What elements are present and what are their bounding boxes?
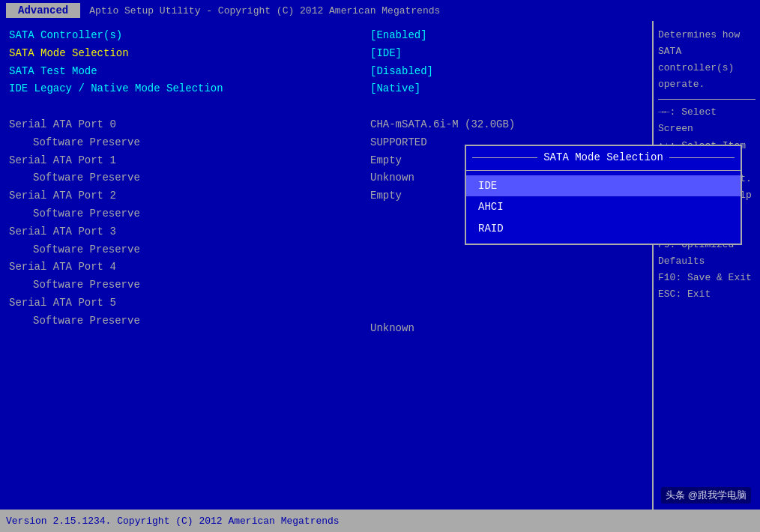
menu-item-port0[interactable]: Serial ATA Port 0	[9, 116, 358, 134]
menu-item-port2-sub: Software Preserve	[9, 205, 358, 223]
menu-item-sata-test[interactable]: SATA Test Mode	[9, 63, 358, 81]
help-shortcut-f1: F1: General Help	[658, 187, 756, 204]
help-shortcut-select-item: ↑↓: Select Item	[658, 138, 756, 154]
val-port0-device: CHA-mSATA.6i-M (32.0GB)	[370, 116, 649, 134]
val-ide-legacy: [Native]	[370, 80, 649, 98]
val-port1-preserve: Unknown	[370, 169, 649, 187]
help-shortcut-f9: F9: Optimized Defaults	[658, 237, 756, 270]
watermark: 头条 @跟我学电脑	[661, 487, 751, 504]
menu-item-port3-sub: Software Preserve	[9, 241, 358, 259]
watermark-platform: 头条	[666, 489, 685, 501]
menu-item-port2[interactable]: Serial ATA Port 2	[9, 187, 358, 205]
menu-item-port1[interactable]: Serial ATA Port 1	[9, 152, 358, 170]
watermark-account: @跟我学电脑	[688, 489, 747, 501]
val-sata-test: [Disabled]	[370, 63, 649, 81]
left-panel: SATA Controller(s) SATA Mode Selection S…	[0, 21, 367, 510]
val-port2-device: Empty	[370, 187, 649, 205]
title-text: Aptio Setup Utility - Copyright (C) 2012…	[89, 5, 440, 16]
val-port1-device: Empty	[370, 152, 649, 170]
help-shortcut-f2: F2: Previous Values	[658, 204, 756, 237]
menu-item-port1-sub: Software Preserve	[9, 169, 358, 187]
help-shortcut-esc: ESC: Exit	[658, 286, 756, 303]
menu-item-port4-sub: Software Preserve	[9, 276, 358, 294]
menu-item-port4[interactable]: Serial ATA Port 4	[9, 259, 358, 276]
help-divider	[658, 99, 756, 100]
help-description: Determines how SATA controller(s) operat…	[658, 27, 756, 93]
menu-item-port0-sub: Software Preserve	[9, 134, 358, 152]
values-panel: [Enabled] [IDE] [Disabled] [Native] CHA-…	[367, 21, 652, 510]
help-shortcut-enter: Enter: Select	[658, 154, 756, 171]
advanced-tab[interactable]: Advanced	[6, 3, 80, 18]
menu-item-ide-legacy[interactable]: IDE Legacy / Native Mode Selection	[9, 80, 358, 98]
help-panel: Determines how SATA controller(s) operat…	[652, 21, 760, 510]
menu-item-port5[interactable]: Serial ATA Port 5	[9, 294, 358, 312]
val-port5-device: Unknown	[370, 320, 649, 338]
val-sata-controller: [Enabled]	[370, 27, 649, 45]
menu-item-sata-controller[interactable]: SATA Controller(s)	[9, 27, 358, 45]
help-shortcut-select-screen: →←: Select Screen	[658, 104, 756, 137]
menu-item-port5-sub: Software Preserve	[9, 312, 358, 330]
bottom-bar: Version 2.15.1234. Copyright (C) 2012 Am…	[0, 510, 760, 532]
help-shortcut-f10: F10: Save & Exit	[658, 270, 756, 286]
val-sata-mode: [IDE]	[370, 45, 649, 63]
menu-item-sata-mode[interactable]: SATA Mode Selection	[9, 45, 358, 63]
help-shortcut-change: +/-: Change Opt.	[658, 171, 756, 187]
menu-item-port3[interactable]: Serial ATA Port 3	[9, 223, 358, 241]
val-port0-preserve: SUPPORTED	[370, 134, 649, 152]
top-bar: Advanced Aptio Setup Utility - Copyright…	[0, 0, 760, 21]
bottom-bar-text: Version 2.15.1234. Copyright (C) 2012 Am…	[6, 516, 340, 527]
main-area: SATA Controller(s) SATA Mode Selection S…	[0, 21, 760, 510]
